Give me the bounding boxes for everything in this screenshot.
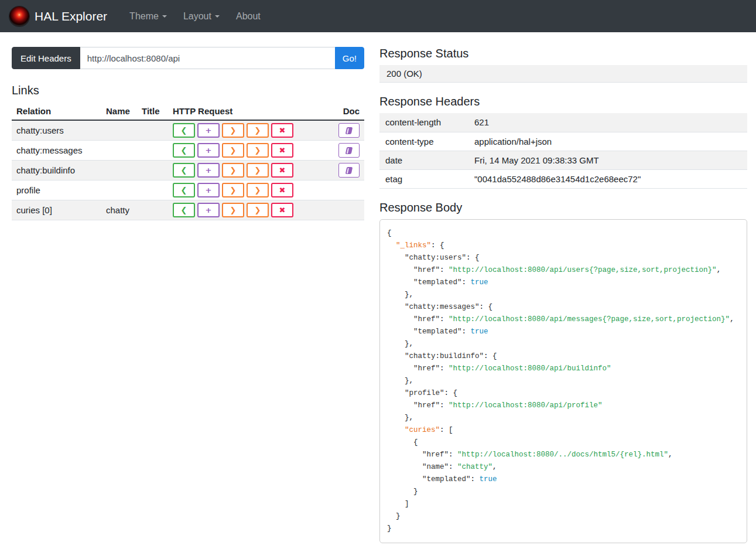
links-table: Relation Name Title HTTP Request Doc cha… bbox=[12, 103, 364, 220]
table-row: profile❮+❯❯✖ bbox=[12, 180, 364, 200]
table-row: chatty:buildinfo❮+❯❯✖ bbox=[12, 161, 364, 180]
nav-item-theme[interactable]: Theme bbox=[121, 6, 175, 26]
post-request-button[interactable]: + bbox=[197, 183, 220, 197]
patch-request-button[interactable]: ❯ bbox=[247, 183, 269, 197]
response-panel: Response Status 200 (OK) Response Header… bbox=[379, 47, 747, 543]
doc-cell bbox=[334, 141, 364, 161]
get-request-button[interactable]: ❮ bbox=[173, 183, 195, 197]
post-request-button[interactable]: + bbox=[197, 123, 220, 138]
response-headers-body: content-length621content-typeapplication… bbox=[379, 113, 747, 188]
json-line: "href": "http://localhost:8080/api/build… bbox=[387, 363, 740, 375]
http-request-cell: ❮+❯❯✖ bbox=[168, 180, 334, 200]
response-header-row: dateFri, 14 May 2021 09:38:33 GMT bbox=[379, 151, 747, 169]
patch-request-button[interactable]: ❯ bbox=[247, 203, 269, 217]
chevron-down-icon bbox=[162, 15, 167, 18]
response-headers-heading: Response Headers bbox=[379, 95, 747, 108]
delete-request-button[interactable]: ✖ bbox=[271, 123, 293, 138]
doc-button[interactable] bbox=[338, 163, 360, 178]
brand-link[interactable]: HAL Explorer bbox=[9, 6, 107, 26]
doc-button[interactable] bbox=[338, 143, 360, 158]
json-line: "chatty:buildinfo": { bbox=[387, 350, 740, 363]
relation-cell: chatty:buildinfo bbox=[12, 161, 101, 180]
json-line: "templated": true bbox=[387, 326, 740, 338]
header-name: date bbox=[379, 151, 468, 169]
chevron-down-icon bbox=[215, 15, 220, 18]
name-cell bbox=[101, 120, 137, 141]
http-request-cell: ❮+❯❯✖ bbox=[168, 200, 334, 220]
column-header-relation: Relation bbox=[12, 103, 101, 120]
title-cell bbox=[137, 120, 168, 141]
json-line: "chatty:users": { bbox=[387, 252, 740, 264]
nav-item-layout-label: Layout bbox=[183, 11, 211, 22]
json-line: }, bbox=[387, 412, 740, 424]
json-line: } bbox=[387, 486, 740, 498]
json-line: "templated": true bbox=[387, 473, 740, 486]
put-request-button[interactable]: ❯ bbox=[222, 123, 244, 138]
doc-cell bbox=[334, 180, 364, 200]
doc-button[interactable] bbox=[338, 123, 360, 138]
json-line: } bbox=[387, 510, 740, 523]
http-request-cell: ❮+❯❯✖ bbox=[168, 120, 334, 141]
left-panel: Edit Headers Go! Links Relation Name Tit… bbox=[12, 47, 364, 220]
get-request-button[interactable]: ❮ bbox=[173, 143, 195, 158]
delete-request-button[interactable]: ✖ bbox=[271, 143, 293, 158]
json-line: "_links": { bbox=[387, 240, 740, 252]
delete-request-button[interactable]: ✖ bbox=[271, 203, 293, 217]
put-request-button[interactable]: ❯ bbox=[222, 163, 244, 178]
relation-cell: chatty:users bbox=[12, 120, 101, 141]
nav-item-about[interactable]: About bbox=[228, 6, 269, 26]
header-value: application/hal+json bbox=[468, 132, 747, 151]
book-icon bbox=[345, 147, 353, 154]
title-cell bbox=[137, 180, 168, 200]
json-line: "name": "chatty", bbox=[387, 461, 740, 473]
response-body-json: { "_links": { "chatty:users": { "href": … bbox=[379, 219, 747, 543]
delete-request-button[interactable]: ✖ bbox=[271, 163, 293, 178]
nav-item-about-label: About bbox=[236, 11, 261, 22]
patch-request-button[interactable]: ❯ bbox=[247, 163, 269, 178]
json-line: } bbox=[387, 523, 740, 535]
http-request-cell: ❮+❯❯✖ bbox=[168, 161, 334, 180]
patch-request-button[interactable]: ❯ bbox=[247, 143, 269, 158]
title-cell bbox=[137, 200, 168, 220]
header-name: content-length bbox=[379, 113, 468, 132]
book-icon bbox=[345, 127, 353, 134]
request-bar: Edit Headers Go! bbox=[12, 47, 364, 69]
json-line: "href": "http://localhost:8080/api/users… bbox=[387, 264, 740, 277]
relation-cell: curies [0] bbox=[12, 200, 101, 220]
delete-request-button[interactable]: ✖ bbox=[271, 183, 293, 197]
relation-cell: chatty:messages bbox=[12, 141, 101, 161]
name-cell bbox=[101, 180, 137, 200]
doc-cell bbox=[334, 120, 364, 141]
url-input[interactable] bbox=[80, 47, 335, 69]
name-cell bbox=[101, 141, 137, 161]
table-row: chatty:messages❮+❯❯✖ bbox=[12, 141, 364, 161]
go-button[interactable]: Go! bbox=[335, 47, 364, 69]
patch-request-button[interactable]: ❯ bbox=[247, 123, 269, 138]
json-line: }, bbox=[387, 338, 740, 350]
put-request-button[interactable]: ❯ bbox=[222, 183, 244, 197]
json-line: "curies": [ bbox=[387, 424, 740, 437]
name-cell: chatty bbox=[101, 200, 137, 220]
post-request-button[interactable]: + bbox=[197, 163, 220, 178]
edit-headers-button[interactable]: Edit Headers bbox=[12, 47, 80, 69]
http-request-cell: ❮+❯❯✖ bbox=[168, 141, 334, 161]
doc-cell bbox=[334, 200, 364, 220]
put-request-button[interactable]: ❯ bbox=[222, 143, 244, 158]
post-request-button[interactable]: + bbox=[197, 143, 220, 158]
get-request-button[interactable]: ❮ bbox=[173, 163, 195, 178]
nav-item-layout[interactable]: Layout bbox=[175, 6, 228, 26]
main-content: Edit Headers Go! Links Relation Name Tit… bbox=[0, 32, 756, 552]
response-status-heading: Response Status bbox=[379, 47, 747, 60]
json-line: "href": "http://localhost:8080/../docs/h… bbox=[387, 449, 740, 461]
doc-cell bbox=[334, 161, 364, 180]
table-row: chatty:users❮+❯❯✖ bbox=[12, 120, 364, 141]
get-request-button[interactable]: ❮ bbox=[173, 203, 195, 217]
json-line: "profile": { bbox=[387, 387, 740, 400]
links-table-header: Relation Name Title HTTP Request Doc bbox=[12, 103, 364, 120]
post-request-button[interactable]: + bbox=[197, 203, 220, 217]
response-headers-table: content-length621content-typeapplication… bbox=[379, 113, 747, 189]
app-title: HAL Explorer bbox=[35, 9, 107, 23]
put-request-button[interactable]: ❯ bbox=[222, 203, 244, 217]
get-request-button[interactable]: ❮ bbox=[173, 123, 195, 138]
column-header-http-request: HTTP Request bbox=[168, 103, 334, 120]
